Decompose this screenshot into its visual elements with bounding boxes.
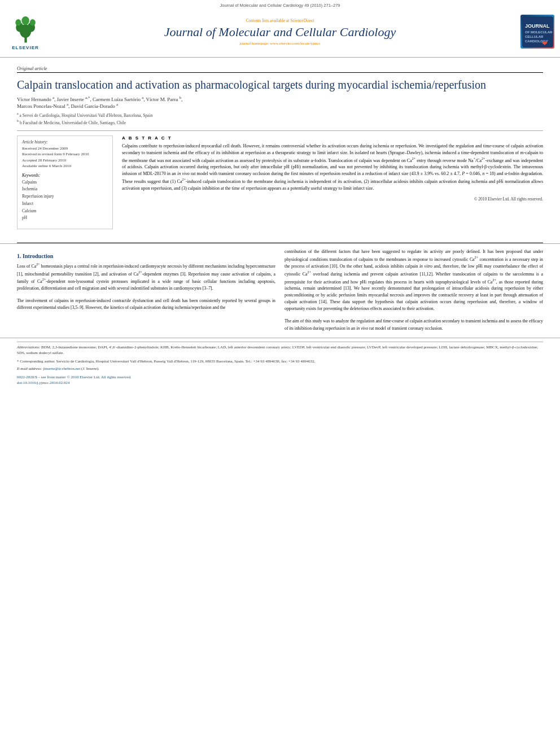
jmcc-logo-container: JOURNAL OF MOLECULAR AND CELLULAR CARDIO… (515, 15, 554, 49)
intro-para4: The aim of this study was to analyze the… (285, 318, 543, 331)
author-hernando: Víctor Hernando a, Javier Inserte a,*, C… (17, 97, 182, 102)
elsevier-text: ELSEVIER (12, 45, 39, 50)
article-divider (17, 130, 543, 131)
keywords-section: Keywords: Calpains Ischemia Reperfusion … (22, 173, 108, 222)
keywords-label: Keywords: (22, 173, 108, 178)
abbr-text: BDM, 2,3-butanedione monoxime; DAPI, 4′,… (17, 345, 538, 356)
intro-para2: The involvement of calpains in reperfusi… (17, 298, 275, 311)
svg-point-5 (29, 19, 35, 26)
keyword-ph: pH (22, 215, 108, 222)
citation-text: Journal of Molecular and Cellular Cardio… (220, 3, 340, 8)
available-date: Available online 6 March 2010 (22, 163, 108, 169)
article-body: Original article Calpain translocation a… (0, 61, 560, 242)
history-label: Article history: (22, 139, 108, 145)
copyright-text: © 2010 Elsevier Ltd. All rights reserved… (122, 196, 543, 202)
affiliation-b-text: b Facultad de Medicina, Universidad de C… (20, 120, 126, 125)
journal-title-center: Contents lists available at ScienceDirec… (45, 18, 515, 46)
corresponding-text: Corresponding author. Servicio de Cardio… (20, 359, 315, 364)
email-person: (J. Inserte). (81, 366, 99, 371)
info-abstract-columns: Article history: Received 24 December 20… (17, 136, 543, 234)
abstract-heading: A B S T R A C T (122, 136, 543, 141)
authors-line: Víctor Hernando a, Javier Inserte a,*, C… (17, 95, 543, 109)
page: Journal of Molecular and Cellular Cardio… (0, 0, 560, 747)
corresponding-section: * Corresponding author. Servicio de Card… (17, 359, 543, 365)
jmcc-logo-box: JOURNAL OF MOLECULAR AND CELLULAR CARDIO… (520, 15, 554, 49)
article-type: Original article (17, 65, 543, 73)
svg-text:JOURNAL: JOURNAL (525, 23, 550, 29)
email-section: E-mail address: jinserte@ir.vhebron.net … (17, 366, 543, 372)
accepted-date: Accepted 28 February 2010 (22, 158, 108, 164)
main-col-left: 1. Introduction Loss of Ca2+ homeostasis… (17, 248, 275, 332)
footnotes: Abbreviations: BDM, 2,3-butanedione mono… (0, 338, 560, 388)
svg-point-6 (21, 16, 29, 25)
svg-text:OF MOLECULAR AND: OF MOLECULAR AND (525, 30, 553, 34)
introduction-heading: 1. Introduction (17, 253, 275, 259)
affiliation-a-text: a Servei de Cardiología, Hospital Univer… (20, 113, 153, 118)
received-date: Received 24 December 2009 (22, 146, 108, 152)
email-label: E-mail address: (17, 366, 42, 371)
journal-citation: Journal of Molecular and Cellular Cardio… (0, 0, 560, 10)
intro-para3: contribution of the different factors th… (285, 248, 543, 312)
jmcc-logo-icon: JOURNAL OF MOLECULAR AND CELLULAR CARDIO… (522, 16, 553, 47)
journal-header: ELSEVIER Contents lists available at Sci… (0, 10, 560, 54)
footnote-divider (17, 342, 543, 342)
svg-point-4 (15, 19, 21, 26)
contents-label: Contents lists available at (246, 18, 290, 23)
keyword-calcium: Calcium (22, 208, 108, 215)
elsevier-tree-icon (10, 13, 41, 44)
issn-text: 0022-2828/$ – see front matter © 2010 El… (17, 375, 132, 379)
abbr-label: Abbreviations: (17, 345, 40, 350)
abstract-column: A B S T R A C T Calpains contribute to r… (122, 136, 543, 234)
journal-main-title: Journal of Molecular and Cellular Cardio… (45, 25, 515, 40)
elsevier-logo: ELSEVIER (6, 13, 45, 50)
keyword-calpains: Calpains (22, 179, 108, 186)
sciencedirect-name: ScienceDirect (290, 18, 314, 23)
article-info-box: Article history: Received 24 December 20… (17, 136, 113, 230)
author-poncelas: Marcos Poncelas-Nozal a, David Garcia-Do… (17, 103, 118, 109)
svg-text:CELLULAR: CELLULAR (525, 35, 544, 38)
keyword-ischemia: Ischemia (22, 186, 108, 193)
issn-line: 0022-2828/$ – see front matter © 2010 El… (17, 374, 543, 386)
homepage-label: journal homepage: www.elsevier.com/locat… (239, 41, 320, 46)
history-section: Article history: Received 24 December 20… (22, 139, 108, 169)
abstract-text: Calpains contribute to reperfusion-induc… (122, 143, 543, 192)
doi-label: doi: (17, 381, 23, 385)
article-title: Calpain translocation and activation as … (17, 77, 543, 92)
affiliation-a: a a Servei de Cardiología, Hospital Univ… (17, 111, 543, 119)
keyword-infarct: Infarct (22, 200, 108, 208)
doi-text: 10.1016/j.yjmcc.2010.02.024 (23, 381, 69, 385)
article-info-column: Article history: Received 24 December 20… (17, 136, 113, 234)
main-content: 1. Introduction Loss of Ca2+ homeostasis… (0, 243, 560, 338)
affiliation-b: b b Facultad de Medicina, Universidad de… (17, 119, 543, 126)
intro-para1: Loss of Ca2+ homeostasis plays a central… (17, 262, 275, 292)
abbreviations-section: Abbreviations: BDM, 2,3-butanedione mono… (17, 344, 543, 356)
header-divider (0, 57, 560, 58)
keyword-reperfusion: Reperfusion injury (22, 193, 108, 200)
sciencedirect-label: Contents lists available at ScienceDirec… (45, 18, 515, 23)
main-col-right: contribution of the different factors th… (285, 248, 543, 332)
revised-date: Received in revised form 9 February 2010 (22, 151, 108, 158)
journal-homepage: journal homepage: www.elsevier.com/locat… (45, 41, 515, 46)
affiliations: a a Servei de Cardiología, Hospital Univ… (17, 111, 543, 126)
svg-text:❤: ❤ (542, 40, 548, 47)
email-address: jinserte@ir.vhebron.net (43, 366, 80, 371)
